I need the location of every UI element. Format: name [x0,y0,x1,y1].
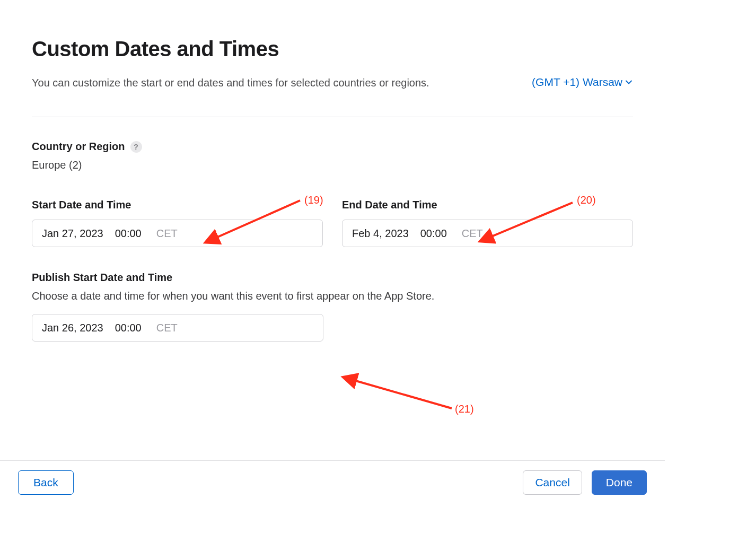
start-tz-value: CET [156,228,178,240]
end-date-label: End Date and Time [342,199,633,211]
start-date-value: Jan 27, 2023 [42,228,103,240]
footer-bar: Back Cancel Done [0,460,665,504]
timezone-selector[interactable]: (GMT +1) Warsaw [532,75,633,89]
start-date-label: Start Date and Time [32,199,323,211]
start-date-field[interactable]: Jan 27, 2023 00:00 CET [32,220,323,247]
svg-line-3 [345,378,452,408]
publish-time-value: 00:00 [115,322,142,334]
country-region-label: Country or Region [32,141,125,153]
publish-date-description: Choose a date and time for when you want… [32,290,633,302]
end-date-value: Feb 4, 2023 [352,228,409,240]
end-date-field[interactable]: Feb 4, 2023 00:00 CET [342,220,633,247]
page-description: You can customize the start or end dates… [32,75,429,91]
chevron-down-icon [626,78,633,86]
publish-date-field[interactable]: Jan 26, 2023 00:00 CET [32,314,323,342]
start-time-value: 00:00 [115,228,142,240]
publish-date-label: Publish Start Date and Time [32,272,633,284]
publish-tz-value: CET [156,322,178,334]
timezone-label: (GMT +1) Warsaw [532,76,622,89]
country-region-value: Europe (2) [32,159,633,171]
publish-date-value: Jan 26, 2023 [42,322,103,334]
end-tz-value: CET [462,228,483,240]
page-title: Custom Dates and Times [32,37,633,61]
help-icon[interactable]: ? [130,141,142,153]
done-button[interactable]: Done [592,470,647,495]
cancel-button[interactable]: Cancel [523,470,582,495]
annotation-21-label: (21) [455,403,474,415]
divider [32,117,633,117]
back-button[interactable]: Back [18,470,74,495]
end-time-value: 00:00 [420,228,447,240]
